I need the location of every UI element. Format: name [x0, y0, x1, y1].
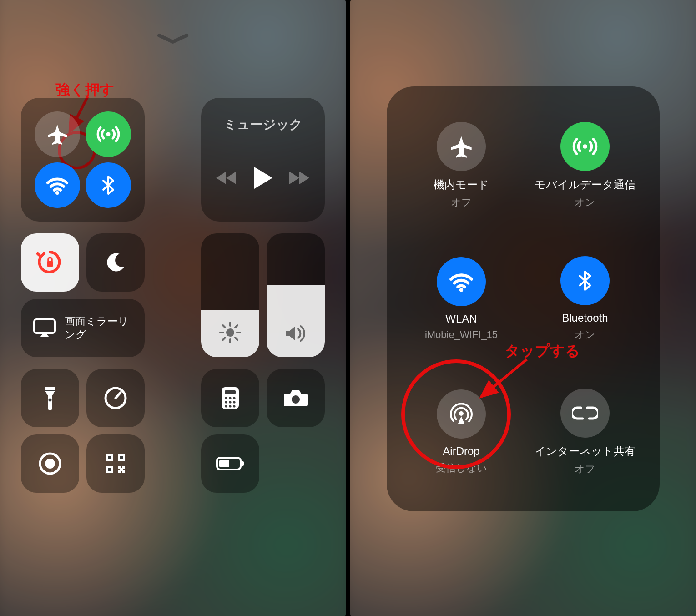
qr-code-icon: [105, 453, 126, 475]
svg-point-22: [225, 401, 227, 403]
cellular-data-toggle[interactable]: [86, 111, 131, 157]
wifi-icon: [45, 173, 70, 197]
wlan-label: WLAN: [445, 313, 477, 325]
bluetooth-toggle[interactable]: [86, 162, 131, 208]
bluetooth-toggle[interactable]: [560, 256, 610, 305]
svg-line-8: [223, 325, 225, 328]
brightness-sun-icon: [201, 322, 259, 343]
rewind-icon: [216, 169, 238, 187]
cellular-status: オン: [575, 196, 595, 209]
wifi-icon: [448, 268, 474, 295]
camera-icon: [283, 388, 308, 408]
airplane-mode-toggle[interactable]: [35, 111, 80, 157]
svg-point-28: [292, 395, 300, 404]
svg-point-30: [45, 459, 55, 469]
svg-point-46: [459, 288, 464, 292]
svg-point-19: [225, 397, 227, 399]
do-not-disturb-toggle[interactable]: [86, 233, 145, 292]
annotation-tap: タップする: [505, 341, 580, 361]
left-screenshot: 強く押す: [0, 0, 346, 616]
forward-button[interactable]: [288, 169, 310, 187]
flashlight-button[interactable]: [21, 369, 79, 427]
svg-rect-14: [45, 390, 55, 391]
airplane-mode-cell[interactable]: 機内モード オフ: [400, 100, 522, 232]
svg-rect-2: [47, 261, 53, 267]
fast-forward-icon: [288, 169, 310, 187]
svg-rect-12: [34, 319, 55, 333]
timer-button[interactable]: [86, 369, 145, 427]
play-button[interactable]: [252, 166, 273, 190]
orientation-lock-toggle[interactable]: [21, 233, 79, 292]
camera-button[interactable]: [267, 369, 325, 427]
do-not-disturb-moon-icon: [104, 251, 127, 274]
svg-point-1: [55, 191, 59, 195]
svg-point-0: [106, 132, 111, 136]
airplane-label: 機内モード: [434, 177, 489, 192]
close-chevron-icon[interactable]: [157, 32, 189, 45]
orientation-lock-icon: [36, 248, 64, 277]
svg-rect-41: [120, 468, 123, 471]
svg-line-9: [235, 338, 237, 340]
svg-rect-43: [242, 461, 244, 466]
svg-rect-36: [108, 468, 111, 471]
calculator-icon: [220, 386, 240, 410]
svg-point-24: [233, 401, 235, 403]
right-screenshot: 機内モード オフ モバイ: [350, 0, 696, 616]
brightness-slider[interactable]: [201, 233, 259, 357]
wifi-toggle[interactable]: [35, 162, 80, 208]
svg-point-26: [229, 405, 231, 407]
hotspot-status: オフ: [575, 462, 595, 476]
hotspot-cell[interactable]: インターネット共有 オフ: [524, 366, 646, 498]
airplane-icon: [449, 134, 474, 159]
screen-mirroring-label: 画面ミラーリング: [65, 315, 133, 341]
screen-mirroring-button[interactable]: 画面ミラーリング: [21, 299, 145, 357]
airplay-screen-icon: [33, 318, 56, 338]
cellular-data-toggle[interactable]: [560, 122, 610, 171]
qr-scan-button[interactable]: [86, 434, 145, 493]
svg-line-10: [235, 325, 237, 328]
calculator-button[interactable]: [201, 369, 259, 427]
svg-rect-44: [219, 460, 229, 467]
cellular-antenna-icon: [572, 133, 598, 160]
wlan-cell[interactable]: WLAN iMobie_WIFI_15: [400, 233, 522, 365]
hotspot-label: インターネット共有: [535, 444, 635, 459]
annotation-target-circle: [401, 359, 511, 469]
cellular-data-cell[interactable]: モバイルデータ通信 オン: [524, 100, 646, 232]
svg-rect-32: [108, 456, 111, 459]
svg-rect-34: [120, 456, 123, 459]
bluetooth-status: オン: [575, 328, 595, 342]
wlan-toggle[interactable]: [437, 257, 486, 306]
connectivity-tile[interactable]: [21, 98, 145, 222]
svg-point-27: [233, 405, 235, 407]
screen-record-icon: [38, 451, 62, 476]
volume-speaker-icon: [267, 323, 325, 343]
personal-hotspot-icon: [572, 404, 598, 422]
play-icon: [252, 166, 273, 190]
flashlight-icon: [42, 385, 58, 411]
music-tile[interactable]: ミュージック: [201, 98, 325, 222]
airplane-icon: [46, 123, 69, 146]
svg-line-16: [116, 393, 121, 398]
svg-point-45: [583, 144, 587, 149]
hotspot-toggle[interactable]: [560, 389, 610, 438]
timer-icon: [103, 386, 128, 410]
cellular-antenna-icon: [96, 122, 121, 146]
rewind-button[interactable]: [216, 169, 238, 187]
cellular-label: モバイルデータ通信: [535, 177, 635, 192]
airplane-mode-toggle[interactable]: [437, 122, 486, 171]
volume-slider[interactable]: [267, 233, 325, 357]
svg-point-23: [229, 401, 231, 403]
screen-record-button[interactable]: [21, 434, 79, 493]
low-power-mode-button[interactable]: [201, 434, 259, 493]
svg-point-25: [225, 405, 227, 407]
svg-point-13: [49, 399, 52, 402]
svg-point-21: [233, 397, 235, 399]
svg-point-3: [226, 328, 234, 337]
bluetooth-label: Bluetooth: [562, 312, 608, 324]
svg-point-20: [229, 397, 231, 399]
bluetooth-icon: [574, 270, 596, 292]
svg-line-11: [223, 338, 225, 340]
wlan-status: iMobie_WIFI_15: [425, 329, 498, 341]
low-power-battery-icon: [216, 456, 245, 471]
svg-rect-18: [225, 390, 236, 394]
